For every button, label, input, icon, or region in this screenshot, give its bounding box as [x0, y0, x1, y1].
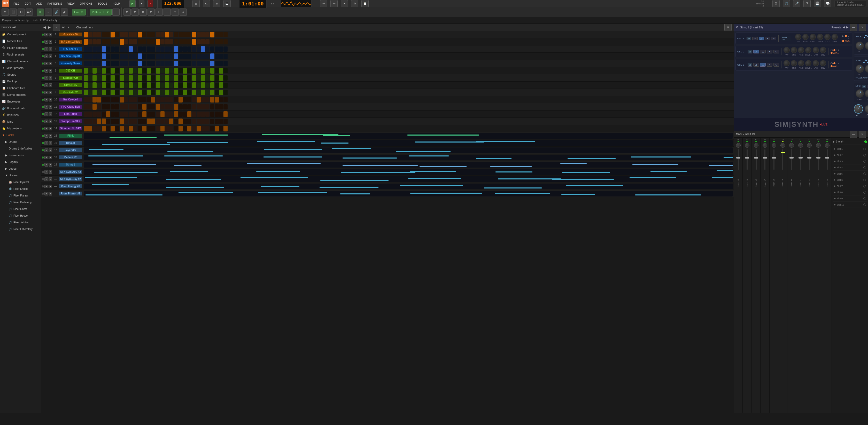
beat-btn-5-2[interactable]: [92, 61, 97, 66]
beat-btn-1-18[interactable]: [165, 32, 169, 37]
beat-btn-11-31[interactable]: [223, 104, 227, 109]
beat-btn-11-3[interactable]: [97, 104, 101, 109]
beat-btn-13-24[interactable]: [192, 119, 196, 124]
beat-btn-5-9[interactable]: [124, 61, 128, 66]
beat-btn-3-7[interactable]: [115, 46, 119, 52]
menu-patterns[interactable]: PATTERNS: [46, 2, 63, 6]
line-mode-btn[interactable]: Line ▼: [72, 9, 86, 15]
record-button[interactable]: ●: [148, 0, 153, 7]
beat-btn-13-25[interactable]: [196, 119, 201, 124]
channel-name-1[interactable]: Grv Kick 30: [59, 33, 82, 36]
beat-btn-12-23[interactable]: [187, 111, 191, 117]
beat-btn-3-3[interactable]: [97, 46, 101, 52]
beat-btn-4-10[interactable]: [129, 54, 133, 59]
channel-mute-16[interactable]: ●: [44, 141, 48, 145]
beat-btn-10-6[interactable]: [111, 97, 115, 102]
channel-solo-14[interactable]: ●: [49, 127, 52, 130]
beat-btn-5-7[interactable]: [115, 61, 119, 66]
osc2-radio-12[interactable]: 1 2: [831, 49, 839, 52]
beat-btn-3-30[interactable]: [219, 46, 223, 52]
beat-btn-11-8[interactable]: [120, 104, 124, 109]
beat-btn-7-24[interactable]: [192, 75, 196, 81]
beat-btn-13-22[interactable]: [183, 119, 187, 124]
beat-btn-9-2[interactable]: [92, 90, 97, 95]
beat-btn-9-4[interactable]: [102, 90, 106, 95]
beat-btn-2-12[interactable]: [138, 39, 142, 44]
channel-solo-23[interactable]: ●: [49, 192, 52, 195]
beat-btn-12-30[interactable]: [219, 111, 223, 117]
beat-btn-12-18[interactable]: [165, 111, 169, 117]
beat-btn-6-17[interactable]: [160, 68, 164, 73]
osc2-fine-knob[interactable]: FINE: [798, 47, 804, 56]
beat-btn-4-25[interactable]: [196, 54, 201, 59]
stop-button[interactable]: ■: [139, 0, 145, 7]
beat-btn-7-25[interactable]: [196, 75, 201, 80]
beat-btn-1-6[interactable]: [111, 32, 115, 37]
beat-btn-4-23[interactable]: [187, 54, 191, 59]
beat-btn-3-14[interactable]: [147, 46, 151, 52]
beat-btn-4-20[interactable]: [174, 54, 178, 59]
beat-btn-10-4[interactable]: [102, 97, 106, 102]
beat-btn-7-28[interactable]: [210, 75, 214, 81]
channel-name-14[interactable]: Stompe...No SFX: [59, 127, 82, 130]
beat-btn-11-11[interactable]: [133, 104, 137, 109]
beat-btn-3-18[interactable]: [165, 46, 169, 52]
beat-btn-10-16[interactable]: [156, 97, 160, 102]
beat-btn-3-29[interactable]: [215, 46, 219, 52]
grid-icon1[interactable]: ⊞: [123, 8, 131, 16]
beat-btn-4-14[interactable]: [147, 54, 151, 59]
beat-btn-8-13[interactable]: [142, 83, 147, 88]
osc1-mode-btn[interactable]: ⊞: [747, 37, 751, 40]
channel-mute-17[interactable]: ●: [44, 149, 48, 152]
beat-btn-7-20[interactable]: [174, 75, 178, 81]
beat-btn-1-27[interactable]: [206, 32, 210, 37]
beat-btn-13-5[interactable]: [106, 119, 110, 124]
sidebar-item-il-shared[interactable]: 🔗 IL shared data: [0, 105, 41, 111]
beat-btn-13-20[interactable]: [174, 119, 178, 124]
beat-btn-3-17[interactable]: [160, 46, 164, 52]
beat-btn-6-13[interactable]: [142, 68, 147, 73]
sidebar-item-riser-engine[interactable]: ⚙️ Riser Engine: [0, 185, 41, 192]
beat-btn-10-29[interactable]: [215, 97, 219, 102]
channel-solo-5[interactable]: ●: [49, 62, 52, 65]
beat-btn-10-19[interactable]: [169, 97, 173, 102]
mic-icon[interactable]: 🎤: [793, 0, 800, 7]
beat-btn-5-28[interactable]: [210, 61, 214, 66]
beat-btn-7-31[interactable]: [223, 75, 227, 80]
beat-btn-9-6[interactable]: [111, 90, 115, 95]
channel-solo-11[interactable]: ●: [49, 105, 52, 109]
channel-name-15[interactable]: Plink: [59, 134, 82, 138]
beat-btn-2-20[interactable]: [174, 39, 178, 44]
channel-name-7[interactable]: Stomper CH: [59, 76, 82, 80]
osc2-crs-knob[interactable]: CRS: [791, 47, 797, 56]
beat-btn-5-30[interactable]: [219, 61, 223, 66]
beat-btn-11-7[interactable]: [115, 104, 119, 109]
melody-display-17[interactable]: [84, 148, 733, 153]
beat-btn-6-9[interactable]: [124, 68, 128, 73]
beat-btn-12-31[interactable]: [223, 111, 227, 117]
beat-btn-7-30[interactable]: [219, 75, 223, 81]
beat-btn-5-10[interactable]: [129, 61, 133, 66]
beat-btn-13-21[interactable]: [179, 119, 183, 124]
beat-btn-2-24[interactable]: [192, 39, 196, 45]
grid-icon7[interactable]: ⊤: [172, 8, 179, 16]
beat-btn-8-12[interactable]: [138, 83, 142, 88]
emph-knob[interactable]: EMPH: [865, 105, 868, 116]
beat-btn-11-13[interactable]: [142, 104, 147, 110]
beat-btn-14-16[interactable]: [156, 126, 160, 131]
beat-btn-7-10[interactable]: [129, 75, 133, 81]
osc3-level-knob[interactable]: LEVEL: [805, 60, 812, 69]
beat-btn-12-25[interactable]: [196, 111, 201, 117]
channel-mute-20[interactable]: ●: [44, 170, 48, 174]
channel-name-6[interactable]: 707 CH: [59, 69, 82, 72]
beat-btn-6-8[interactable]: [120, 68, 124, 74]
simsynth-minimize-icon[interactable]: —: [850, 24, 857, 31]
beat-btn-9-15[interactable]: [151, 90, 155, 95]
beat-btn-8-24[interactable]: [192, 83, 196, 88]
beat-btn-11-6[interactable]: [111, 104, 115, 109]
channel-solo-6[interactable]: ●: [49, 69, 52, 72]
beat-btn-6-28[interactable]: [210, 68, 214, 74]
osc1-env-knob[interactable]: ENV: [832, 34, 838, 43]
beat-btn-3-4[interactable]: [102, 46, 106, 52]
beat-btn-5-0[interactable]: [84, 61, 88, 66]
